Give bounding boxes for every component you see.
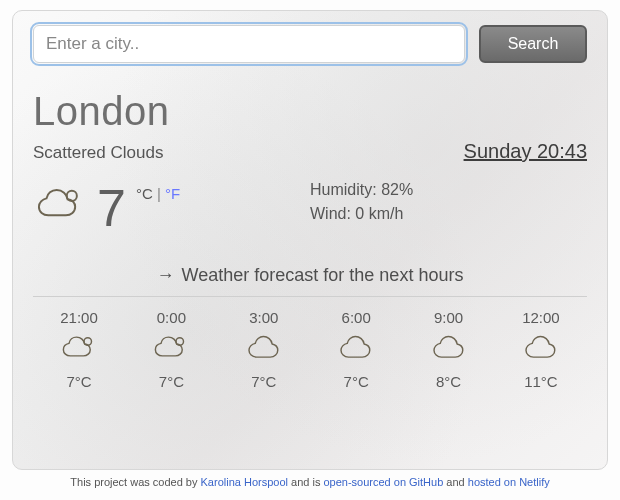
wind-value: 0 km/h bbox=[355, 205, 403, 222]
divider bbox=[33, 296, 587, 297]
search-input[interactable] bbox=[33, 25, 465, 63]
unit-toggle: °C | °F bbox=[136, 185, 180, 202]
forecast-item: 3:007°C bbox=[222, 309, 306, 390]
forecast-time: 12:00 bbox=[499, 309, 583, 326]
cloud-icon bbox=[407, 332, 491, 369]
forecast-time: 3:00 bbox=[222, 309, 306, 326]
forecast-temp: 11°C bbox=[499, 373, 583, 390]
author-link[interactable]: Karolina Horspool bbox=[201, 476, 288, 488]
forecast-item: 0:007°C bbox=[129, 309, 213, 390]
current-weather: 7 °C | °F bbox=[33, 179, 310, 237]
forecast-list: 21:007°C0:007°C3:007°C6:007°C9:008°C12:0… bbox=[33, 309, 587, 390]
weather-card: Search London Scattered Clouds Sunday 20… bbox=[12, 10, 608, 470]
weather-description: Scattered Clouds bbox=[33, 143, 163, 163]
partly-cloudy-icon bbox=[37, 332, 121, 369]
forecast-item: 9:008°C bbox=[407, 309, 491, 390]
cloud-icon bbox=[499, 332, 583, 369]
wind-label: Wind: bbox=[310, 205, 355, 222]
current-datetime: Sunday 20:43 bbox=[464, 140, 587, 163]
forecast-temp: 7°C bbox=[222, 373, 306, 390]
footer-text: and is bbox=[288, 476, 323, 488]
forecast-time: 0:00 bbox=[129, 309, 213, 326]
partly-cloudy-icon bbox=[33, 179, 87, 237]
github-link[interactable]: open-sourced on GitHub bbox=[323, 476, 443, 488]
forecast-temp: 7°C bbox=[314, 373, 398, 390]
forecast-heading: → Weather forecast for the next hours bbox=[33, 265, 587, 286]
forecast-time: 9:00 bbox=[407, 309, 491, 326]
footer-text: and bbox=[443, 476, 467, 488]
current-temperature: 7 bbox=[97, 182, 126, 234]
forecast-time: 21:00 bbox=[37, 309, 121, 326]
unit-separator: | bbox=[153, 185, 165, 202]
weather-details: Humidity: 82% Wind: 0 km/h bbox=[310, 179, 413, 237]
forecast-temp: 7°C bbox=[129, 373, 213, 390]
city-name: London bbox=[33, 89, 587, 134]
unit-celsius[interactable]: °C bbox=[136, 185, 153, 202]
search-button[interactable]: Search bbox=[479, 25, 587, 63]
forecast-item: 21:007°C bbox=[37, 309, 121, 390]
cloud-icon bbox=[314, 332, 398, 369]
unit-fahrenheit[interactable]: °F bbox=[165, 185, 180, 202]
arrow-icon: → bbox=[157, 265, 175, 285]
forecast-time: 6:00 bbox=[314, 309, 398, 326]
search-row: Search bbox=[33, 25, 587, 63]
forecast-temp: 8°C bbox=[407, 373, 491, 390]
humidity-row: Humidity: 82% bbox=[310, 181, 413, 199]
forecast-item: 6:007°C bbox=[314, 309, 398, 390]
netlify-link[interactable]: hosted on Netlify bbox=[468, 476, 550, 488]
footer-text: This project was coded by bbox=[70, 476, 200, 488]
humidity-label: Humidity: bbox=[310, 181, 381, 198]
partly-cloudy-icon bbox=[129, 332, 213, 369]
wind-row: Wind: 0 km/h bbox=[310, 205, 413, 223]
humidity-value: 82% bbox=[381, 181, 413, 198]
footer: This project was coded by Karolina Horsp… bbox=[12, 476, 608, 488]
forecast-temp: 7°C bbox=[37, 373, 121, 390]
forecast-item: 12:0011°C bbox=[499, 309, 583, 390]
cloud-icon bbox=[222, 332, 306, 369]
forecast-heading-text: Weather forecast for the next hours bbox=[182, 265, 464, 285]
